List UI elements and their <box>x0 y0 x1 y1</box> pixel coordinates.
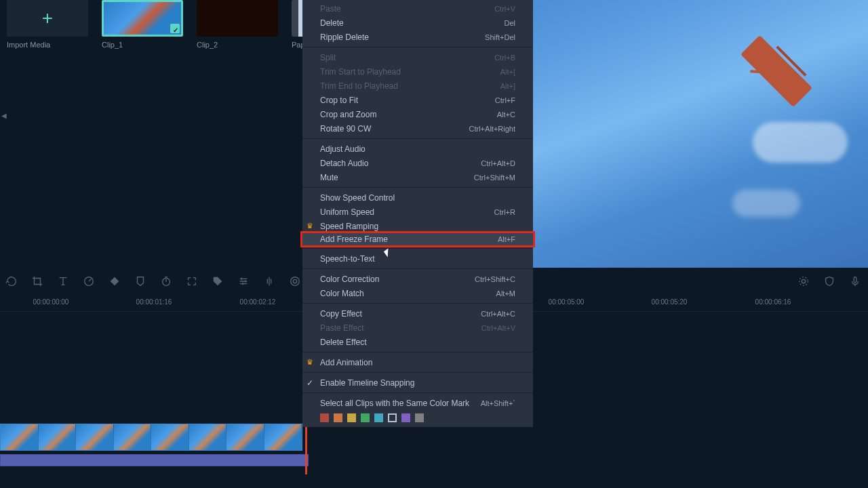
collapse-arrow-icon[interactable]: ◀ <box>1 112 7 119</box>
media-clip-1[interactable]: Clip_1 <box>102 0 183 49</box>
marker-icon[interactable] <box>134 275 146 287</box>
tag-icon[interactable] <box>212 275 224 287</box>
video-clip-track[interactable] <box>0 424 302 451</box>
color-mark-orange[interactable] <box>334 413 342 422</box>
time-mark: 00:00:00:00 <box>33 298 69 306</box>
clip2-label: Clip_2 <box>197 41 278 49</box>
menu-mute[interactable]: MuteCtrl+Shift+M <box>302 170 533 184</box>
menu-delete-effect[interactable]: Delete Effect <box>302 335 533 349</box>
time-mark: 00:00:05:20 <box>652 298 688 306</box>
time-mark: 00:00:02:12 <box>240 298 276 306</box>
settings-icon[interactable] <box>797 275 810 287</box>
svg-rect-7 <box>854 277 856 283</box>
import-label: Import Media <box>7 41 88 49</box>
menu-select-color-mark[interactable]: Select all Clips with the Same Color Mar… <box>302 396 533 410</box>
crown-icon: ♛ <box>307 222 316 231</box>
shield-icon[interactable] <box>823 275 835 287</box>
menu-add-animation[interactable]: ♛Add Animation <box>302 355 533 369</box>
menu-crop-fit[interactable]: Crop to FitCtrl+F <box>302 93 533 107</box>
time-mark: 00:00:05:00 <box>549 298 585 306</box>
adjust-icon[interactable] <box>237 275 250 287</box>
expand-icon[interactable] <box>186 275 198 287</box>
color-mark-yellow[interactable] <box>347 413 356 422</box>
audio-icon[interactable] <box>263 275 275 287</box>
svg-point-3 <box>293 279 296 283</box>
menu-adjust-audio[interactable]: Adjust Audio <box>302 142 533 156</box>
menu-show-speed[interactable]: Show Speed Control <box>302 190 533 205</box>
clip1-thumbnail[interactable] <box>102 0 183 37</box>
playhead[interactable] <box>305 424 307 474</box>
media-panel: + Import Media Clip_1 Clip_2 Pap ◀ <box>0 0 302 268</box>
menu-enable-snapping[interactable]: ✓Enable Timeline Snapping <box>302 375 533 390</box>
menu-paste-effect: Paste EffectCtrl+Alt+V <box>302 321 533 335</box>
svg-point-2 <box>291 277 300 286</box>
menu-trim-end: Trim End to PlayheadAlt+] <box>302 79 533 93</box>
timer-icon[interactable] <box>160 275 172 287</box>
mouse-cursor <box>385 249 393 260</box>
clip2-thumbnail[interactable] <box>197 0 278 37</box>
time-mark: 00:00:01:16 <box>136 298 172 306</box>
import-media-button[interactable]: + Import Media <box>7 0 88 49</box>
menu-ripple-delete[interactable]: Ripple DeleteShift+Del <box>302 30 533 44</box>
crown-icon: ♛ <box>307 358 316 367</box>
menu-uniform-speed[interactable]: Uniform SpeedCtrl+R <box>302 205 533 219</box>
svg-point-6 <box>800 277 808 286</box>
menu-copy-effect[interactable]: Copy EffectCtrl+Alt+C <box>302 306 533 321</box>
clip1-label: Clip_1 <box>102 41 183 49</box>
menu-split: SplitCtrl+B <box>302 50 533 64</box>
color-mark-teal[interactable] <box>374 413 383 422</box>
undo-icon[interactable] <box>5 275 18 287</box>
color-mark-blue[interactable] <box>388 413 397 422</box>
media-clip-2[interactable]: Clip_2 <box>197 0 278 49</box>
time-mark: 00:00:06:16 <box>755 298 791 306</box>
svg-point-5 <box>802 279 805 283</box>
keyframe-icon[interactable] <box>108 275 121 287</box>
menu-rotate[interactable]: Rotate 90 CWCtrl+Alt+Right <box>302 121 533 136</box>
color-mark-row <box>302 410 533 426</box>
menu-crop-zoom[interactable]: Crop and ZoomAlt+C <box>302 107 533 121</box>
check-icon: ✓ <box>307 378 316 388</box>
menu-add-freeze-frame[interactable]: Add Freeze FrameAlt+F <box>300 231 535 247</box>
text-icon[interactable] <box>57 275 69 287</box>
color-mark-red[interactable] <box>320 413 329 422</box>
speed-icon[interactable] <box>83 275 95 287</box>
audio-track[interactable] <box>0 454 309 466</box>
menu-color-match[interactable]: Color MatchAlt+M <box>302 286 533 300</box>
crop-icon[interactable] <box>31 275 43 287</box>
menu-delete[interactable]: DeleteDel <box>302 16 533 30</box>
menu-paste: PasteCtrl+V <box>302 1 533 16</box>
menu-detach-audio[interactable]: Detach AudioCtrl+Alt+D <box>302 156 533 170</box>
plus-icon: + <box>42 7 53 29</box>
menu-color-correction[interactable]: Color CorrectionCtrl+Shift+C <box>302 272 533 286</box>
color-mark-gray[interactable] <box>415 413 424 422</box>
context-menu: PasteCtrl+V DeleteDel Ripple DeleteShift… <box>302 0 533 427</box>
mic-icon[interactable] <box>849 275 861 287</box>
menu-speech-to-text[interactable]: Speech-to-Text <box>302 251 533 266</box>
color-mark-purple[interactable] <box>401 413 410 422</box>
color-mark-green[interactable] <box>361 413 370 422</box>
preview-content <box>741 35 812 107</box>
color-icon[interactable] <box>289 275 301 287</box>
menu-trim-start: Trim Start to PlayheadAlt+[ <box>302 64 533 79</box>
